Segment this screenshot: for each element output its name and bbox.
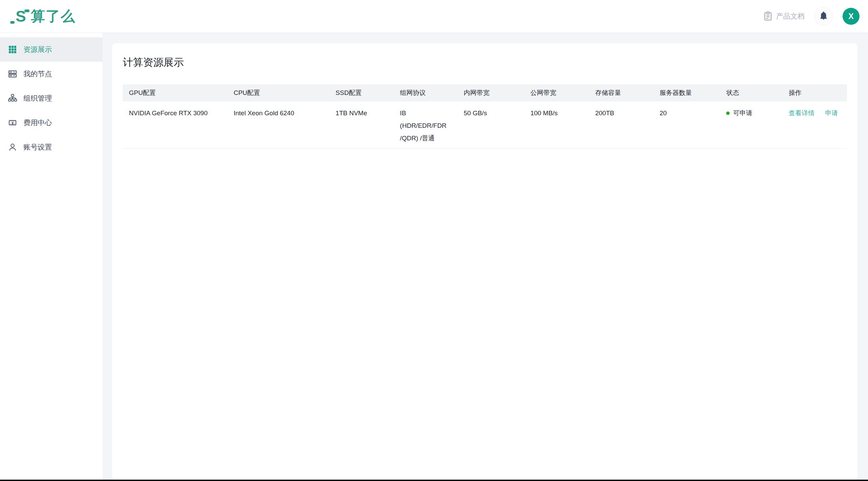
logo-s-mark: S	[12, 8, 26, 24]
header-actions: 产品文档 X	[763, 7, 860, 25]
col-header-internal-bandwidth: 内网带宽	[458, 84, 524, 101]
svg-text:¥: ¥	[12, 121, 14, 125]
user-icon	[8, 142, 17, 152]
cell-public-bandwidth: 100 MB/s	[524, 101, 589, 149]
sidebar-item-label: 我的节点	[23, 69, 52, 79]
app-logo[interactable]: S 算了么	[12, 7, 76, 26]
cell-cpu: Intel Xeon Gold 6240	[228, 101, 330, 149]
bell-icon	[819, 11, 828, 22]
col-header-actions: 操作	[783, 84, 847, 101]
sidebar-item-billing[interactable]: ¥ 费用中心	[0, 111, 102, 135]
top-header: S 算了么 产品文档 X	[0, 0, 868, 33]
col-header-server-count: 服务器数量	[653, 84, 720, 101]
cell-actions: 查看详情 申请	[783, 101, 847, 149]
table-row: NVIDIA GeForce RTX 3090 Intel Xeon Gold …	[123, 101, 847, 149]
server-icon	[8, 69, 17, 79]
page-title: 计算资源展示	[123, 56, 847, 69]
view-details-link[interactable]: 查看详情	[789, 109, 814, 117]
col-header-ssd: SSD配置	[329, 84, 394, 101]
sidebar-item-label: 费用中心	[23, 118, 52, 127]
grid-icon	[8, 45, 17, 54]
cell-server-count: 20	[653, 101, 720, 149]
col-header-public-bandwidth: 公网带宽	[524, 84, 589, 101]
col-header-status: 状态	[720, 84, 783, 101]
sidebar-item-account[interactable]: 账号设置	[0, 135, 102, 159]
col-header-network: 组网协议	[394, 84, 458, 101]
status-badge: 可申请	[733, 107, 752, 119]
table-header-row: GPU配置 CPU配置 SSD配置 组网协议 内网带宽 公网带宽 存储容量 服务…	[123, 84, 847, 101]
resource-table: GPU配置 CPU配置 SSD配置 组网协议 内网带宽 公网带宽 存储容量 服务…	[123, 84, 847, 149]
bottom-edge-bar	[0, 480, 868, 481]
clipboard-icon	[763, 11, 773, 21]
product-docs-link[interactable]: 产品文档	[763, 11, 805, 21]
sidebar-item-resources[interactable]: 资源展示	[0, 37, 102, 62]
cell-status: 可申请	[720, 101, 783, 149]
sitemap-icon	[8, 94, 17, 103]
status-dot-icon	[726, 112, 730, 115]
content-card: 计算资源展示 GPU配置 CPU配置 SSD配置 组网协议 内网带宽 公网带宽 …	[112, 43, 858, 481]
notifications-button[interactable]	[814, 7, 833, 25]
cell-storage: 200TB	[589, 101, 654, 149]
apply-link[interactable]: 申请	[825, 109, 838, 117]
billing-icon: ¥	[8, 118, 17, 127]
sidebar-item-label: 资源展示	[23, 45, 52, 54]
product-docs-label: 产品文档	[776, 12, 805, 21]
avatar-initial: X	[848, 12, 853, 21]
cell-internal-bandwidth: 50 GB/s	[458, 101, 524, 149]
col-header-gpu: GPU配置	[123, 84, 228, 101]
sidebar-item-label: 账号设置	[23, 142, 52, 152]
sidebar-nav: 资源展示 我的节点 组织管理	[0, 33, 102, 481]
cell-ssd: 1TB NVMe	[329, 101, 394, 149]
cell-gpu: NVIDIA GeForce RTX 3090	[123, 101, 228, 149]
col-header-cpu: CPU配置	[228, 84, 330, 101]
cell-network: IB (HDR/EDR/FDR /QDR) /普通	[394, 101, 458, 149]
sidebar-item-organization[interactable]: 组织管理	[0, 86, 102, 111]
sidebar-item-my-nodes[interactable]: 我的节点	[0, 62, 102, 86]
col-header-storage: 存储容量	[589, 84, 654, 101]
user-avatar[interactable]: X	[843, 8, 860, 25]
sidebar-item-label: 组织管理	[23, 94, 52, 103]
logo-text: 算了么	[31, 7, 76, 26]
